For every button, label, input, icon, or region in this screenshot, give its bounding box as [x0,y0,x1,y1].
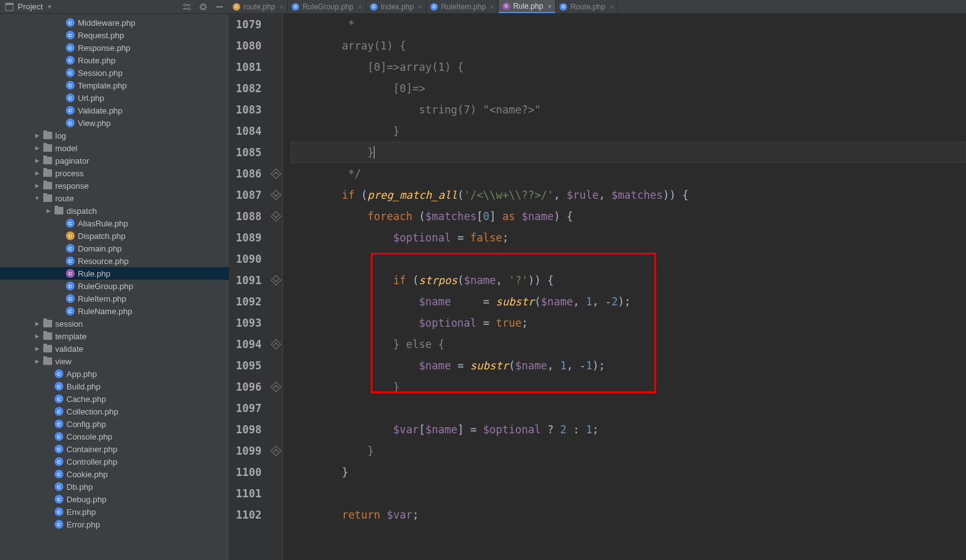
code-line[interactable]: $var[$name] = $optional ? 2 : 1; [290,419,966,440]
editor-tab[interactable]: CRoute.php× [556,0,618,13]
tree-file[interactable]: CEnv.php [0,505,229,518]
code-line[interactable] [290,248,966,270]
tree-file[interactable]: CRoute.php [0,54,229,66]
tree-file[interactable]: CCache.php [0,393,229,405]
tree-folder[interactable]: ▶session [0,317,229,330]
project-sidebar: Project ▼ CMiddleware.phpCRequest.phpCRe… [0,0,229,560]
close-icon[interactable]: × [489,3,494,11]
code-line[interactable]: } [290,376,966,398]
tree-file[interactable]: CRequest.php [0,29,229,41]
tree-file[interactable]: CRule.php [0,267,229,280]
tree-file[interactable]: CCollection.php [0,405,229,418]
tree-file[interactable]: CContainer.php [0,443,229,455]
fold-toggle-icon[interactable] [271,382,282,393]
tree-file[interactable]: CAliasRule.php [0,217,229,230]
code-line[interactable]: } [290,120,966,142]
tree-folder[interactable]: ▶view [0,355,229,367]
tree-file[interactable]: CConsole.php [0,430,229,443]
code-line[interactable]: } [290,440,966,462]
tree-folder[interactable]: ▶template [0,330,229,342]
editor-tab[interactable]: CIndex.php× [366,0,427,13]
php-file-icon: C [66,68,75,77]
editor-tab[interactable]: CRuleItem.php× [427,0,499,13]
settings-toggle-icon[interactable] [183,3,191,11]
editor-tab[interactable]: Croute.php× [229,0,288,13]
code-line[interactable]: $name = substr($name, 1, -2); [290,291,966,312]
tree-folder[interactable]: ▶validate [0,342,229,355]
tree-file[interactable]: CDomain.php [0,242,229,255]
close-icon[interactable]: × [279,3,284,11]
editor-tab[interactable]: CRule.php× [499,0,556,13]
tree-file[interactable]: CValidate.php [0,104,229,117]
tree-file[interactable]: CResponse.php [0,41,229,54]
fold-toggle-icon[interactable] [271,211,282,222]
code-line[interactable]: } [290,462,966,483]
tree-file[interactable]: CSession.php [0,66,229,79]
code-line[interactable]: } else { [290,334,966,355]
gear-icon[interactable] [199,3,208,11]
tree-folder[interactable]: ▶process [0,167,229,179]
tree-file[interactable]: CCookie.php [0,468,229,480]
tree-folder[interactable]: ▶log [0,129,229,142]
tree-folder[interactable]: ▶dispatch [0,204,229,217]
tree-file[interactable]: CRuleName.php [0,305,229,317]
project-tree[interactable]: CMiddleware.phpCRequest.phpCResponse.php… [0,14,229,560]
code-line[interactable]: if (strpos($name, '?')) { [290,270,966,291]
php-file-icon: C [66,81,75,90]
tree-file[interactable]: CConfig.php [0,418,229,430]
tree-file[interactable]: CController.php [0,455,229,468]
fold-toggle-icon[interactable] [271,169,282,179]
project-selector[interactable]: Project ▼ [5,2,52,11]
close-icon[interactable]: × [608,3,613,11]
code-line[interactable] [290,483,966,504]
code-content[interactable]: * array(1) { [0]=>array(1) { [0]=> strin… [283,14,966,560]
tree-file[interactable]: CBuild.php [0,380,229,393]
fold-toggle-icon[interactable] [271,275,282,286]
tree-file[interactable]: CRuleGroup.php [0,280,229,292]
tree-folder[interactable]: ▶response [0,179,229,192]
code-line[interactable]: [0]=> [290,78,966,99]
editor-area[interactable]: 1079108010811082108310841085108610871088… [229,14,966,560]
fold-toggle-icon[interactable] [271,446,282,457]
collapse-icon[interactable] [215,3,224,11]
code-line[interactable]: */ [290,163,966,184]
tree-file[interactable]: CDebug.php [0,493,229,505]
close-icon[interactable]: × [546,3,551,10]
tree-folder[interactable]: ▶model [0,142,229,154]
fold-gutter[interactable] [270,14,283,560]
tree-folder[interactable]: ▶paginator [0,154,229,167]
tree-file[interactable]: CDispatch.php [0,230,229,242]
tree-file[interactable]: CRuleItem.php [0,292,229,305]
code-line[interactable]: foreach ($matches[0] as $name) { [290,206,966,227]
code-line[interactable]: $optional = false; [290,227,966,248]
code-line[interactable]: if (preg_match_all('/<\\w+\\??>/', $rule… [290,184,966,206]
tree-file[interactable]: CUrl.php [0,92,229,104]
chevron-icon: ▶ [34,170,40,176]
php-file-icon: C [55,507,63,516]
code-line[interactable]: array(1) { [290,35,966,56]
close-icon[interactable]: × [357,3,362,11]
code-line[interactable]: [0]=>array(1) { [290,56,966,78]
close-icon[interactable]: × [417,3,422,11]
php-file-icon: C [66,18,75,27]
fold-toggle-icon[interactable] [271,339,282,350]
tree-item-label: Env.php [66,507,96,517]
tree-file[interactable]: CView.php [0,117,229,129]
tree-file[interactable]: CMiddleware.php [0,16,229,29]
code-line[interactable]: return $var; [290,504,966,526]
tree-file[interactable]: CTemplate.php [0,79,229,92]
code-line[interactable]: $name = substr($name, 1, -1); [290,355,966,376]
tree-file[interactable]: CDb.php [0,480,229,493]
chevron-icon: ▼ [34,195,40,201]
code-line[interactable] [290,398,966,419]
tree-file[interactable]: CApp.php [0,367,229,380]
tree-folder[interactable]: ▼route [0,192,229,204]
code-line[interactable]: * [290,14,966,35]
code-line[interactable]: string(7) "<name?>" [290,99,966,120]
fold-toggle-icon[interactable] [271,190,282,201]
code-line[interactable]: } [290,142,966,163]
code-line[interactable]: $optional = true; [290,312,966,334]
tree-file[interactable]: CError.php [0,518,229,531]
tree-file[interactable]: CResource.php [0,255,229,267]
editor-tab[interactable]: CRuleGroup.php× [288,0,366,13]
